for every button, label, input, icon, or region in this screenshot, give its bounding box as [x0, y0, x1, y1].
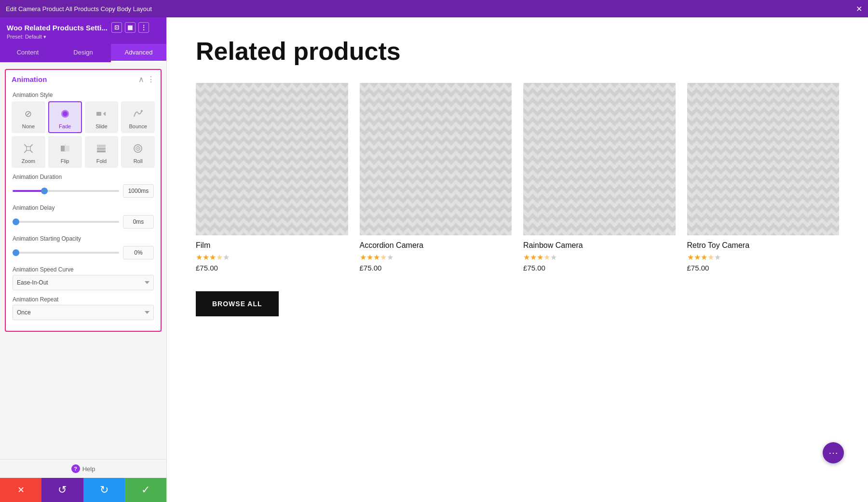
- anim-style-roll[interactable]: Roll: [121, 136, 155, 168]
- delay-slider-track[interactable]: [13, 221, 119, 223]
- browse-all-button[interactable]: BROWSE ALL: [196, 291, 279, 316]
- duration-input[interactable]: 1000ms: [123, 184, 154, 198]
- close-button[interactable]: ✕: [0, 478, 41, 502]
- help-icon: ?: [71, 464, 80, 473]
- product-image: [687, 83, 840, 235]
- help-button[interactable]: ? Help: [71, 464, 95, 473]
- svg-marker-19: [360, 144, 512, 235]
- undo-button[interactable]: ↺: [41, 478, 83, 502]
- anim-style-label: Animation Style: [6, 88, 161, 101]
- svg-marker-16: [242, 190, 302, 235]
- opacity-slider-thumb[interactable]: [13, 249, 19, 256]
- svg-rect-9: [97, 148, 106, 150]
- repeat-select[interactable]: Once Loop Infinite: [13, 305, 154, 320]
- fade-icon: [57, 106, 73, 122]
- anim-style-flip[interactable]: Flip: [48, 136, 82, 168]
- widget-icon-more[interactable]: ⋮: [138, 22, 149, 33]
- product-name: Film: [196, 241, 348, 250]
- top-bar: Edit Camera Product All Products Copy Bo…: [0, 0, 868, 17]
- svg-point-25: [611, 118, 648, 155]
- panel-header: Animation ∧ ⋮: [6, 70, 161, 88]
- save-button[interactable]: ✓: [125, 478, 166, 502]
- duration-slider-thumb[interactable]: [41, 188, 48, 194]
- top-bar-title: Edit Camera Product All Products Copy Bo…: [6, 5, 152, 13]
- product-image-svg: [687, 83, 840, 235]
- sidebar-header: Woo Related Products Setti... ⊡ ▦ ⋮ Pres…: [0, 17, 166, 44]
- tab-advanced[interactable]: Advanced: [111, 44, 166, 62]
- product-card[interactable]: Film ★★★★★ £75.00: [196, 83, 348, 272]
- svg-marker-20: [405, 190, 466, 235]
- anim-style-bounce[interactable]: Bounce: [121, 101, 155, 133]
- tab-design[interactable]: Design: [55, 44, 111, 62]
- fold-icon: [94, 141, 109, 156]
- sidebar: Woo Related Products Setti... ⊡ ▦ ⋮ Pres…: [0, 17, 167, 502]
- preset-label[interactable]: Preset: Default ▾: [7, 34, 160, 40]
- svg-point-17: [284, 118, 321, 155]
- close-icon[interactable]: ✕: [856, 4, 862, 14]
- svg-rect-8: [97, 145, 106, 147]
- svg-point-13: [137, 148, 139, 149]
- product-card[interactable]: Rainbow Camera ★★★★★ £75.00: [523, 83, 676, 272]
- svg-marker-27: [687, 144, 840, 235]
- speed-curve-select[interactable]: Default Ease-In-Out Ease-In Ease-Out Lin…: [13, 275, 154, 290]
- widget-icon-grid[interactable]: ▦: [125, 22, 136, 33]
- fab-button[interactable]: ⋯: [823, 442, 844, 463]
- fold-label: Fold: [96, 158, 107, 164]
- svg-point-21: [448, 118, 484, 155]
- undo-icon: ↺: [58, 484, 67, 496]
- redo-icon: ↻: [100, 484, 108, 496]
- opacity-input[interactable]: 0%: [123, 246, 154, 259]
- animation-style-grid: ⊘ None Fade: [6, 101, 161, 172]
- none-icon: ⊘: [21, 106, 36, 122]
- anim-style-fold[interactable]: Fold: [85, 136, 119, 168]
- product-stars: ★★★★★: [196, 253, 348, 262]
- redo-button[interactable]: ↻: [83, 478, 125, 502]
- widget-icon-group: ⊡ ▦ ⋮: [111, 22, 149, 33]
- widget-icon-squares[interactable]: ⊡: [111, 22, 122, 33]
- sidebar-bottom: ? Help: [0, 459, 166, 478]
- anim-style-slide[interactable]: Slide: [85, 101, 119, 133]
- product-name: Retro Toy Camera: [687, 241, 840, 250]
- flip-icon: [57, 141, 73, 156]
- duration-slider-container: 1000ms: [13, 184, 154, 198]
- product-name: Rainbow Camera: [523, 241, 676, 250]
- fab-icon: ⋯: [828, 447, 838, 459]
- sidebar-content: Animation ∧ ⋮ Animation Style ⊘ None: [0, 62, 166, 459]
- flip-label: Flip: [61, 158, 69, 164]
- delay-input[interactable]: 0ms: [123, 215, 154, 229]
- anim-style-fade[interactable]: Fade: [48, 101, 82, 133]
- animation-title: Animation: [12, 75, 47, 83]
- tab-content[interactable]: Content: [0, 44, 55, 62]
- product-image: [523, 83, 676, 235]
- help-label: Help: [82, 465, 95, 473]
- panel-collapse-icon[interactable]: ∧: [138, 75, 144, 84]
- speed-curve-label: Animation Speed Curve: [13, 266, 154, 275]
- anim-style-none[interactable]: ⊘ None: [12, 101, 45, 133]
- widget-name-row: Woo Related Products Setti... ⊡ ▦ ⋮: [7, 22, 160, 33]
- duration-slider-track[interactable]: [13, 190, 119, 192]
- product-price: £75.00: [523, 264, 676, 272]
- slide-icon: [94, 106, 109, 122]
- product-price: £75.00: [196, 264, 348, 272]
- opacity-slider-track[interactable]: [13, 252, 119, 254]
- product-card[interactable]: Accordion Camera ★★★★★ £75.00: [360, 83, 512, 272]
- close-icon: ✕: [17, 485, 25, 495]
- svg-rect-22: [523, 83, 676, 235]
- duration-label: Animation Duration: [13, 174, 154, 182]
- delay-row: Animation Delay 0ms: [6, 203, 161, 233]
- svg-point-1: [63, 111, 68, 116]
- anim-style-zoom[interactable]: Zoom: [12, 136, 45, 168]
- panel-more-icon[interactable]: ⋮: [147, 75, 155, 84]
- product-price: £75.00: [687, 264, 840, 272]
- bounce-label: Bounce: [129, 123, 147, 129]
- svg-point-29: [775, 118, 812, 155]
- opacity-slider-container: 0%: [13, 246, 154, 259]
- product-card[interactable]: Retro Toy Camera ★★★★★ £75.00: [687, 83, 840, 272]
- product-image-svg: [360, 83, 512, 235]
- delay-slider-thumb[interactable]: [13, 218, 19, 225]
- svg-rect-14: [196, 83, 348, 235]
- svg-rect-26: [687, 83, 840, 235]
- svg-marker-23: [523, 144, 676, 235]
- main-layout: Woo Related Products Setti... ⊡ ▦ ⋮ Pres…: [0, 17, 868, 502]
- svg-rect-10: [97, 150, 106, 152]
